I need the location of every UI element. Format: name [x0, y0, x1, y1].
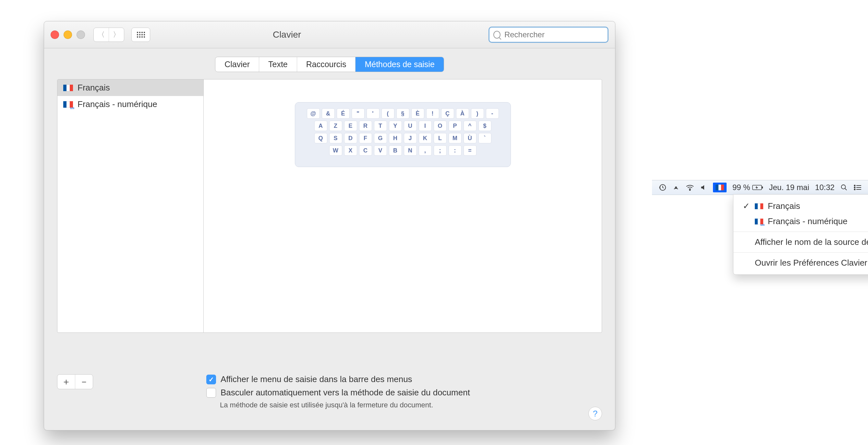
add-source-button[interactable]: ＋: [57, 375, 75, 389]
input-source-dropdown: ✓FrançaisFrançais - numérique Afficher l…: [733, 194, 868, 275]
flag-fr-icon: [63, 101, 73, 108]
menu-separator: [734, 252, 868, 253]
search-input[interactable]: [504, 30, 603, 39]
keyboard-key: ": [351, 108, 365, 119]
keyboard-key: Ù: [464, 133, 476, 144]
titlebar: 〈 〉 Clavier: [44, 22, 615, 48]
minimize-window-button[interactable]: [64, 31, 72, 39]
keyboard-key: L: [434, 133, 447, 144]
keyboard-key: Y: [389, 121, 402, 131]
keyboard-preview-pane: @&É"'(§È!ÇÀ)-AZERTYUIOP^$QSDFGHJKLMÙ`WXC…: [204, 80, 602, 332]
keyboard-key: `: [478, 133, 491, 144]
svg-rect-4: [762, 187, 763, 188]
menu-item-label: Français - numérique: [768, 216, 847, 226]
tab-méthodes-de-saisie[interactable]: Méthodes de saisie: [355, 57, 443, 72]
checkmark-icon: ✓: [742, 201, 750, 211]
tab-clavier[interactable]: Clavier: [215, 57, 259, 72]
spotlight-icon[interactable]: [840, 184, 847, 191]
add-remove-source: ＋ －: [57, 374, 93, 389]
svg-point-10: [854, 189, 855, 190]
keyboard-key: T: [374, 121, 387, 131]
time-machine-icon[interactable]: [658, 184, 666, 191]
battery-icon: [752, 185, 763, 190]
keyboard-key: W: [329, 145, 342, 156]
content-pane: FrançaisFrançais - numérique @&É"'(§È!ÇÀ…: [57, 79, 602, 333]
keyboard-key: H: [389, 133, 402, 144]
help-button[interactable]: ?: [588, 407, 602, 420]
keyboard-key: §: [396, 108, 409, 119]
keyboard-key: Z: [329, 121, 342, 131]
keyboard-key: P: [448, 121, 462, 131]
battery-status[interactable]: 99 %: [733, 183, 763, 192]
input-source-label: Français: [78, 83, 110, 93]
keyboard-key: K: [419, 133, 432, 144]
keyboard-key: É: [337, 108, 350, 119]
flag-fr-icon: [755, 203, 763, 209]
checkbox-show-input-menu-label: Afficher le menu de saisie dans la barre…: [221, 374, 412, 384]
keyboard-key: S: [329, 133, 342, 144]
svg-point-5: [841, 185, 846, 189]
keyboard-key: D: [344, 133, 357, 144]
menu-item-open-keyboard-prefs[interactable]: Ouvrir les Préférences Clavier…: [734, 255, 868, 271]
search-field[interactable]: [489, 27, 609, 43]
checkbox-show-input-menu[interactable]: ✓: [206, 375, 216, 384]
keyboard-key: @: [307, 108, 320, 119]
keyboard-key: M: [448, 133, 462, 144]
keyboard-key: G: [374, 133, 387, 144]
close-window-button[interactable]: [51, 31, 59, 39]
tab-texte[interactable]: Texte: [259, 57, 297, 72]
airdrop-icon[interactable]: [672, 184, 680, 191]
volume-icon[interactable]: [700, 184, 707, 191]
preferences-window: 〈 〉 Clavier ClavierTexteRaccourcisMéthod…: [44, 21, 615, 431]
notification-center-icon[interactable]: [854, 185, 861, 190]
keyboard-key: J: [404, 133, 417, 144]
keyboard-key: F: [359, 133, 372, 144]
tab-raccourcis[interactable]: Raccourcis: [297, 57, 356, 72]
keyboard-key: :: [448, 145, 462, 156]
keyboard-key: V: [374, 145, 387, 156]
svg-point-2: [690, 190, 690, 191]
tab-bar: ClavierTexteRaccourcisMéthodes de saisie: [44, 48, 615, 74]
menu-item-input-source[interactable]: Français - numérique: [734, 214, 868, 229]
keyboard-key: ;: [434, 145, 447, 156]
date-display[interactable]: Jeu. 19 mai: [769, 183, 809, 192]
keyboard-key: B: [389, 145, 402, 156]
keyboard-key: X: [344, 145, 357, 156]
input-source-menu-button[interactable]: [713, 183, 726, 192]
menu-item-label: Afficher le nom de la source de saisie: [755, 237, 868, 247]
wifi-icon[interactable]: [686, 184, 694, 191]
menu-item-label: Français: [768, 201, 800, 211]
checkbox-auto-switch[interactable]: [206, 388, 216, 398]
keyboard-key: -: [486, 108, 499, 119]
zoom-window-button[interactable]: [76, 31, 85, 39]
menu-item-show-source-name[interactable]: Afficher le nom de la source de saisie: [734, 234, 868, 250]
keyboard-key: ): [471, 108, 484, 119]
keyboard-key: Ç: [441, 108, 454, 119]
menu-separator: [734, 231, 868, 232]
keyboard-key: ,: [419, 145, 432, 156]
input-source-item[interactable]: Français: [57, 80, 204, 96]
menu-item-input-source[interactable]: ✓Français: [734, 198, 868, 214]
keyboard-key: Q: [314, 133, 327, 144]
window-title: Clavier: [91, 30, 483, 40]
keyboard-key: O: [434, 121, 447, 131]
checkbox-auto-switch-note: La méthode de saisie est utilisée jusqu'…: [220, 401, 470, 409]
keyboard-key: R: [359, 121, 372, 131]
flag-fr-icon: [755, 219, 763, 224]
menu-bar: 99 % Jeu. 19 mai 10:32: [652, 180, 868, 195]
input-source-label: Français - numérique: [78, 99, 157, 109]
keyboard-key: À: [456, 108, 469, 119]
remove-source-button[interactable]: －: [75, 375, 93, 389]
keyboard-key: E: [344, 121, 357, 131]
checkbox-auto-switch-label: Basculer automatiquement vers la méthode…: [221, 388, 470, 398]
keyboard-key: C: [359, 145, 372, 156]
input-source-item[interactable]: Français - numérique: [57, 96, 204, 113]
time-display[interactable]: 10:32: [815, 183, 835, 192]
keyboard-key: I: [419, 121, 432, 131]
flag-fr-icon: [63, 85, 73, 91]
keyboard-key: (: [381, 108, 395, 119]
battery-percent: 99 %: [733, 183, 750, 192]
keyboard-key: =: [464, 145, 476, 156]
keyboard-preview: @&É"'(§È!ÇÀ)-AZERTYUIOP^$QSDFGHJKLMÙ`WXC…: [295, 102, 511, 167]
svg-point-6: [854, 185, 855, 186]
